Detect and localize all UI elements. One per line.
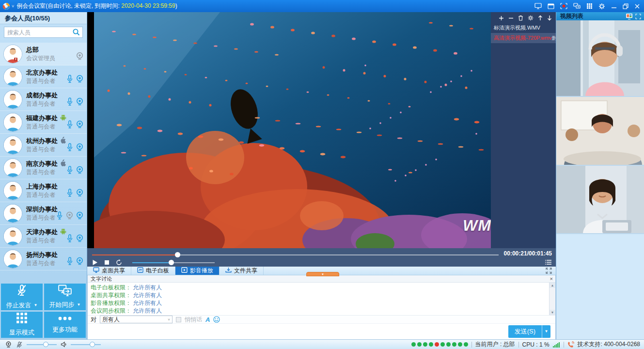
action-button-more-dots[interactable]: 更多功能: [44, 312, 86, 338]
tab-影音播放[interactable]: 影音播放: [175, 267, 220, 275]
camera-icon[interactable]: [76, 257, 84, 267]
tab-电子白板[interactable]: 电子白板: [131, 267, 175, 275]
panel-expand-icon[interactable]: [635, 14, 641, 19]
webcam-status-icon[interactable]: [5, 341, 12, 348]
playlist-toggle-icon[interactable]: [545, 259, 552, 265]
participant-row[interactable]: 福建办事处普通与会者: [0, 111, 87, 134]
participant-row[interactable]: 天津办事处普通与会者: [0, 225, 87, 248]
scroll-up-arrow[interactable]: ▲: [550, 283, 555, 288]
seek-bar[interactable]: [92, 253, 499, 257]
stop-button[interactable]: [104, 260, 110, 265]
whisper-checkbox[interactable]: [176, 317, 181, 322]
camera-icon[interactable]: [76, 120, 84, 130]
participant-row[interactable]: 北京办事处普通与会者: [0, 65, 87, 88]
playlist-item[interactable]: 高清演示视频-720P.wmv删除: [491, 33, 556, 43]
avatar: [4, 182, 22, 200]
close-button[interactable]: [634, 3, 640, 9]
participant-row[interactable]: 扬州办事处普通与会者: [0, 248, 87, 270]
video-thumbnail[interactable]: [556, 20, 644, 97]
participant-row[interactable]: 总部会议管理员: [0, 43, 87, 65]
chat-scrollbar[interactable]: ▲ ▼: [549, 283, 555, 315]
minimize-button[interactable]: [611, 3, 617, 9]
dropdown-arrow-icon[interactable]: ▼: [34, 303, 38, 307]
volume-slider[interactable]: [132, 260, 215, 265]
camera-icon[interactable]: [76, 211, 84, 222]
mic-volume-slider[interactable]: [27, 342, 57, 347]
chat-close-icon[interactable]: ×: [550, 276, 553, 282]
camera-icon[interactable]: [76, 189, 84, 199]
screen-sync-icon[interactable]: [573, 3, 581, 9]
button-label: 停止发言: [6, 301, 31, 310]
camera-icon[interactable]: [76, 166, 84, 176]
title-dropdown-chevron-icon[interactable]: ˅: [12, 4, 14, 9]
camera-off-icon[interactable]: [65, 211, 74, 222]
replay-button[interactable]: [116, 259, 122, 266]
recipient-select[interactable]: 所有人˅: [100, 316, 173, 323]
playlist-item-label: 标清演示视频.WMV: [494, 23, 540, 33]
mic-muted-icon[interactable]: [16, 341, 23, 348]
camera-icon[interactable]: [76, 97, 84, 108]
mic-icon[interactable]: [66, 189, 74, 199]
send-options-arrow[interactable]: ▼: [542, 325, 550, 338]
playlist-move-down-icon[interactable]: [547, 15, 552, 21]
search-icon[interactable]: [72, 28, 80, 36]
fullscreen-icon[interactable]: [546, 268, 552, 274]
participant-row[interactable]: 深圳办事处普通与会者: [0, 202, 87, 225]
display-grid-icon[interactable]: [586, 3, 593, 9]
mic-icon[interactable]: [66, 143, 74, 153]
mic-icon[interactable]: [66, 166, 74, 176]
chat-collapse-handle[interactable]: ▾: [306, 272, 339, 276]
search-input[interactable]: [4, 27, 83, 38]
playlist-settings-icon[interactable]: [528, 15, 534, 21]
video-thumbnail[interactable]: [556, 97, 644, 166]
chat-message-input[interactable]: [88, 324, 555, 339]
action-button-mic-off[interactable]: 停止发言▼: [1, 284, 43, 310]
mic-icon[interactable]: [66, 257, 74, 267]
camera-icon[interactable]: [76, 75, 84, 85]
font-style-button[interactable]: A: [205, 316, 210, 323]
play-button[interactable]: [92, 259, 98, 266]
status-dot: [452, 342, 456, 347]
delete-item-button[interactable]: 删除: [552, 33, 556, 43]
camera-icon[interactable]: [76, 143, 84, 153]
maximize-button[interactable]: [623, 3, 628, 9]
action-button-sync-screens[interactable]: 开始同步▼: [44, 284, 86, 310]
video-thumbnail[interactable]: [556, 166, 644, 234]
settings-gear-icon[interactable]: [598, 3, 605, 10]
camera-icon[interactable]: [76, 234, 84, 244]
emoji-button[interactable]: [213, 316, 220, 323]
seek-thumb[interactable]: [175, 252, 180, 257]
dropdown-arrow-icon[interactable]: ▼: [77, 302, 81, 307]
chat-panel: 文字讨论 × 电子白板权限： 允许所有人桌面共享权限： 允许所有人影音播放权限：…: [87, 275, 556, 339]
video-layout-icon[interactable]: [626, 13, 633, 19]
playlist-remove-icon[interactable]: [508, 16, 514, 21]
camera-off-icon[interactable]: [76, 52, 84, 62]
tab-文件共享[interactable]: 文件共享: [220, 267, 264, 275]
participant-row[interactable]: 成都办事处普通与会者: [0, 88, 87, 111]
send-button[interactable]: 发送(S): [508, 325, 542, 338]
participant-role: 普通与会者: [26, 168, 55, 176]
speaker-volume-slider[interactable]: [71, 342, 101, 347]
window-mode-icon[interactable]: [548, 3, 554, 9]
scroll-down-arrow[interactable]: ▼: [550, 310, 555, 315]
volume-thumb[interactable]: [169, 260, 174, 265]
record-icon[interactable]: [560, 3, 567, 9]
participant-row[interactable]: 上海办事处普通与会者: [0, 179, 87, 202]
playlist-move-up-icon[interactable]: [538, 15, 543, 21]
participant-row[interactable]: 南京办事处普通与会者: [0, 157, 87, 179]
participant-name: 福建办事处: [26, 114, 67, 123]
mic-icon[interactable]: [66, 234, 74, 244]
playlist-add-icon[interactable]: [499, 16, 504, 21]
desktop-icon[interactable]: [534, 3, 542, 9]
playlist-item[interactable]: 标清演示视频.WMV: [491, 23, 556, 33]
action-button-display-grid[interactable]: 显示模式: [1, 312, 43, 338]
playlist-delete-icon[interactable]: [518, 15, 523, 21]
mic-icon[interactable]: [66, 120, 74, 130]
mic-icon[interactable]: [56, 211, 63, 222]
mic-icon[interactable]: [66, 75, 74, 85]
participant-row[interactable]: 杭州办事处普通与会者: [0, 134, 87, 157]
mic-off-icon: [16, 284, 28, 298]
tab-桌面共享[interactable]: 桌面共享: [87, 267, 131, 275]
speaker-icon[interactable]: [61, 341, 67, 348]
mic-icon[interactable]: [66, 97, 74, 108]
